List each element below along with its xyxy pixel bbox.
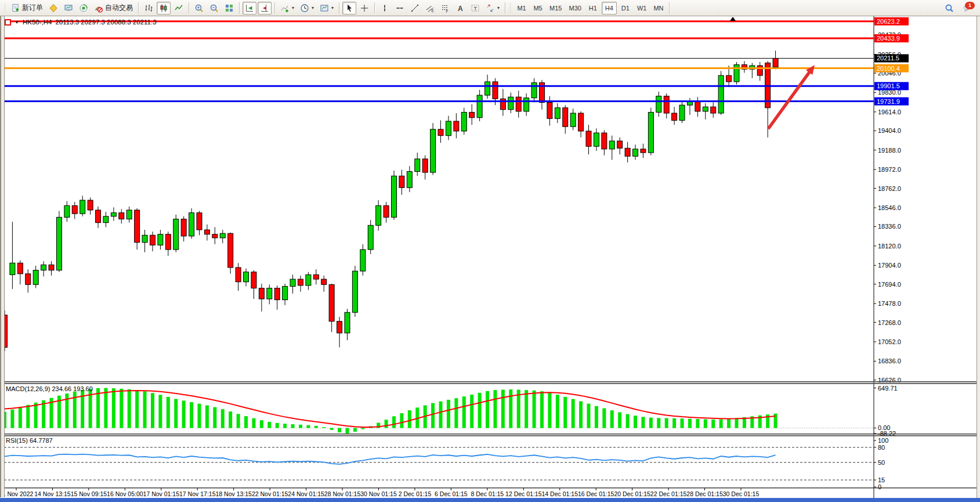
vline-icon [380, 3, 389, 13]
strategy-tester-button[interactable] [77, 2, 91, 15]
macd-histogram-bar [649, 418, 653, 428]
pane-separator[interactable] [0, 383, 977, 384]
text-button[interactable]: A [453, 2, 467, 15]
time-tick-label: 14 Nov 13:15 [34, 490, 71, 497]
candle-body [72, 205, 77, 214]
bar-chart-button[interactable] [142, 2, 156, 15]
zoom-in-button[interactable] [192, 2, 206, 15]
timeframe-h1-button[interactable]: H1 [585, 2, 601, 15]
timeframe-h4-button[interactable]: H4 [602, 2, 617, 15]
macd-histogram-bar [672, 418, 676, 428]
zoom-out-button[interactable] [207, 2, 221, 15]
svg-text:A: A [458, 4, 463, 12]
time-tick-label: 11 Nov 2022 [0, 490, 34, 497]
timeframe-m15-button[interactable]: M15 [547, 2, 565, 15]
candle-body [454, 121, 459, 131]
notifications-button[interactable]: 1 [961, 2, 974, 15]
auto-scroll-button[interactable] [243, 2, 256, 15]
candle-body [773, 58, 778, 67]
terminal-button[interactable] [62, 2, 75, 15]
candle-body [33, 270, 38, 285]
text-label-button[interactable]: T [468, 2, 482, 15]
macd-histogram-bar [158, 395, 162, 428]
candle-body [49, 265, 54, 270]
equidistant-channel-button[interactable]: E [423, 2, 437, 15]
line-chart-button[interactable] [172, 2, 186, 15]
indicators-list-caret-icon[interactable]: ▾ [292, 5, 294, 10]
timeframe-w1-button[interactable]: W1 [634, 2, 650, 15]
new-order-button[interactable]: 新订单 [9, 2, 45, 15]
linechart-icon [174, 3, 183, 13]
candle-body [228, 233, 233, 268]
candle-body [17, 263, 23, 274]
timeframe-d1-button[interactable]: D1 [618, 2, 633, 15]
macd-histogram-bar [229, 411, 232, 428]
candle-body [368, 225, 373, 250]
templates-button[interactable]: ▾ [317, 2, 336, 15]
window-splitter[interactable] [0, 16, 5, 497]
macd-histogram-bar [408, 410, 411, 428]
taskbar-edge [0, 498, 980, 502]
macd-histogram-bar [704, 419, 707, 428]
indicators-list-button[interactable]: ▾ [278, 2, 296, 15]
candle-body [212, 234, 218, 238]
crosshair-button[interactable] [357, 2, 371, 15]
candle-body [142, 235, 147, 242]
vertical-line-button[interactable] [378, 2, 392, 15]
macd-histogram-bar [454, 398, 458, 428]
diamond-icon [49, 3, 58, 13]
timeframe-m30-button[interactable]: M30 [566, 2, 584, 15]
macd-histogram-bar [182, 400, 186, 428]
cursor-button[interactable] [342, 2, 356, 15]
pane-separator[interactable] [0, 435, 977, 436]
trendline-button[interactable] [408, 2, 422, 15]
fibonacci-retracement-button[interactable]: F [438, 2, 452, 15]
price-tick-label: 17268.0 [878, 319, 901, 326]
timeframe-m5-button[interactable]: M5 [530, 2, 545, 15]
periods-button[interactable]: ▾ [298, 2, 316, 15]
candlestick-chart-button[interactable] [157, 2, 171, 15]
metaeditor-button[interactable] [46, 2, 60, 15]
rsi-tick-label: 50 [878, 459, 885, 466]
arrows-button[interactable]: ▾ [483, 2, 502, 15]
timeframe-m1-button[interactable]: M1 [514, 2, 529, 15]
candle-body [633, 149, 638, 156]
rsi-title: RSI(15) 64.7787 [6, 437, 53, 444]
arrows-caret-icon[interactable]: ▾ [497, 5, 500, 10]
candle-body [197, 213, 202, 230]
macd-histogram-bar [688, 419, 692, 428]
candle-body [703, 107, 708, 111]
candle-body [321, 279, 327, 284]
pane-separator[interactable] [0, 434, 977, 435]
horizontal-line-button[interactable] [393, 2, 407, 15]
chart-expander-icon[interactable] [5, 19, 11, 26]
price-tick-label: 17904.0 [878, 262, 901, 269]
toolbar-group-insert: ▾▾▾ [277, 2, 337, 15]
candle-body [422, 159, 428, 172]
periods-caret-icon[interactable]: ▾ [312, 5, 314, 10]
macd-histogram-bar [587, 404, 591, 428]
search-button[interactable] [942, 2, 956, 15]
candle-body [251, 272, 256, 288]
pane-separator[interactable] [0, 381, 977, 382]
toolbar-separator [189, 2, 189, 14]
toolbar-separator [138, 2, 139, 14]
time-tick-label: 14 Dec 01:15 [542, 490, 578, 497]
toolbar-separator [374, 2, 375, 14]
chart-shift-button[interactable] [258, 2, 272, 15]
macd-histogram-bar [353, 428, 357, 431]
tile-windows-button[interactable] [222, 2, 236, 15]
candle-body [656, 96, 661, 113]
candle-body [345, 312, 350, 333]
timeframe-mn-button[interactable]: MN [650, 2, 666, 15]
chart-collapse-icon[interactable]: ▼ [15, 20, 19, 25]
price-tick-label: 16626.0 [878, 377, 901, 384]
macd-histogram-bar [563, 397, 567, 428]
candle-body [415, 159, 420, 172]
macd-histogram-bar [276, 423, 279, 428]
autotrading-button[interactable]: 自动交易 [92, 2, 135, 15]
chart-area[interactable]: 20472.020256.020046.019830.019614.019404… [0, 16, 980, 498]
macd-histogram-bar [470, 395, 473, 428]
candle-body [695, 102, 700, 111]
templates-caret-icon[interactable]: ▾ [331, 5, 334, 10]
